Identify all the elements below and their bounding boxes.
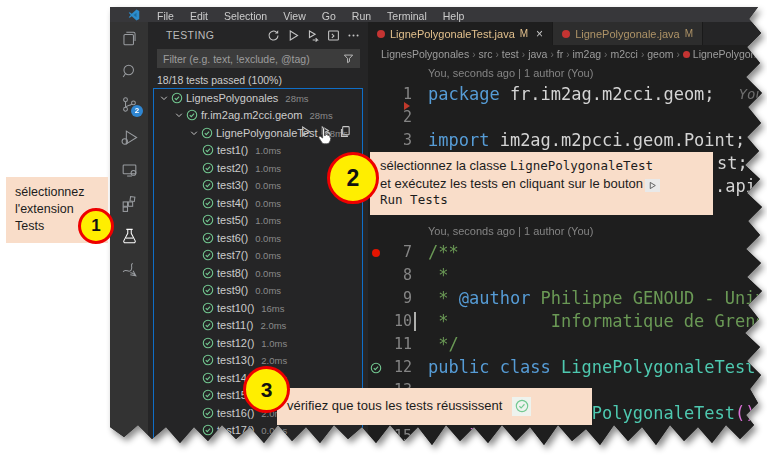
menu-edit[interactable]: Edit: [182, 10, 216, 22]
explorer-icon[interactable]: [110, 22, 148, 55]
menu-run[interactable]: Run: [344, 10, 379, 22]
gutter-decoration[interactable]: [368, 198, 384, 221]
breakpoint-icon[interactable]: [372, 249, 380, 257]
breadcrumb-item[interactable]: test: [502, 48, 519, 60]
test-row[interactable]: test17()0.0ms: [154, 422, 362, 440]
test-row[interactable]: test5()1.0ms: [154, 212, 362, 230]
gutter-decoration[interactable]: [368, 356, 384, 379]
menu-selection[interactable]: Selection: [216, 10, 275, 22]
code-line-8[interactable]: 8 *: [368, 264, 767, 287]
gutter-decoration[interactable]: [368, 425, 384, 448]
open-editor-icon[interactable]: [327, 29, 340, 42]
run-all-icon[interactable]: [287, 29, 300, 42]
extensions-icon[interactable]: [110, 187, 148, 220]
code-line-1[interactable]: 1package fr.im2ag.m2cci.geom;You, se: [368, 83, 767, 106]
gutter-decoration[interactable]: [368, 448, 384, 450]
test-row[interactable]: test3()0.0ms: [154, 177, 362, 195]
code-line-14[interactable]: 14 public LignePolygonaleTest() {: [368, 402, 767, 425]
breadcrumb-item[interactable]: java: [528, 48, 547, 60]
test-row[interactable]: test12()1.0ms: [154, 334, 362, 352]
code-line-5[interactable]: 5.api.: [368, 175, 767, 198]
breadcrumb-item[interactable]: LignePolygonaleTest.jav: [693, 48, 767, 60]
breadcrumb-item[interactable]: fr: [557, 48, 563, 60]
code-line-3[interactable]: 3import im2ag.m2pcci.geom.Point;: [368, 129, 767, 152]
gutter-decoration[interactable]: [368, 310, 384, 333]
test-row[interactable]: test4()0.0ms: [154, 194, 362, 212]
code-editor[interactable]: You, seconds ago | 1 author (You)1packag…: [368, 63, 767, 450]
gitlens-icon[interactable]: [110, 253, 148, 286]
vscode-window: FileEditSelectionViewGoRunTerminalHelp 2…: [110, 7, 767, 452]
test-duration: 0.0ms: [261, 372, 287, 384]
code-line-13[interactable]: 13: [368, 379, 767, 402]
code-line-6[interactable]: 6: [368, 198, 767, 221]
test-row[interactable]: test10()16ms: [154, 299, 362, 317]
gutter-decoration[interactable]: [368, 106, 384, 129]
test-duration: 1.0ms: [261, 389, 287, 401]
codelens-blame[interactable]: You, seconds ago | 1 author (You): [368, 221, 767, 241]
chevron-down-icon[interactable]: [187, 128, 201, 138]
code-line-10[interactable]: 10 * Informatique de Grenoble: [368, 310, 767, 333]
chevron-down-icon[interactable]: [172, 110, 186, 120]
gutter-decoration[interactable]: [368, 287, 384, 310]
menu-view[interactable]: View: [275, 10, 314, 22]
test-label: test4(): [217, 197, 248, 209]
test-row[interactable]: test16()2.0ms: [154, 404, 362, 422]
tab-lignepolygonale[interactable]: LignePolygonale.java M: [553, 22, 703, 45]
refresh-icon[interactable]: [267, 29, 280, 42]
test-row[interactable]: test9()0.0ms: [154, 282, 362, 300]
test-row[interactable]: test15()1.0ms: [154, 387, 362, 405]
test-suite-row[interactable]: LignesPolygonales28ms: [154, 89, 362, 107]
funnel-icon[interactable]: [343, 53, 354, 64]
gutter-decoration[interactable]: [368, 264, 384, 287]
breadcrumb-item[interactable]: im2ag: [573, 48, 602, 60]
close-tab-icon[interactable]: ×: [536, 27, 543, 41]
tab-lignepolygonaletest[interactable]: LignePolygonaleTest.java M ×: [368, 22, 553, 45]
test-row[interactable]: test18()1.0ms: [154, 439, 362, 450]
test-filter-input[interactable]: Filter (e.g. text, !exclude, @tag): [157, 49, 360, 68]
code-line-9[interactable]: 9 * @author Philippe GENOUD - Université: [368, 287, 767, 310]
search-icon[interactable]: [110, 55, 148, 88]
breadcrumb-item[interactable]: LignesPolygonales: [381, 48, 469, 60]
test-row[interactable]: test14()0.0ms: [154, 369, 362, 387]
test-row[interactable]: test8()0.0ms: [154, 264, 362, 282]
chevron-down-icon[interactable]: [157, 93, 171, 103]
menu-help[interactable]: Help: [435, 10, 473, 22]
breadcrumb-item[interactable]: src: [479, 48, 493, 60]
gutter-decoration[interactable]: [368, 379, 384, 402]
testing-icon[interactable]: [110, 220, 148, 253]
gutter-decoration[interactable]: [368, 402, 384, 425]
more-icon[interactable]: [347, 29, 360, 42]
gutter-decoration[interactable]: [368, 129, 384, 152]
breadcrumb-item[interactable]: m2cci: [610, 48, 637, 60]
run-debug-icon[interactable]: [110, 121, 148, 154]
debug-all-icon[interactable]: [307, 29, 320, 42]
gutter-decoration[interactable]: [368, 83, 384, 106]
run-test-icon[interactable]: [299, 125, 312, 138]
codelens-blame[interactable]: You, seconds ago | 1 author (You): [368, 63, 767, 83]
source-control-icon[interactable]: 2: [110, 88, 148, 121]
test-row[interactable]: test11()2.0ms: [154, 317, 362, 335]
code-line-2[interactable]: 2: [368, 106, 767, 129]
code-line-12[interactable]: 12public class LignePolygonaleTest {: [368, 356, 767, 379]
gutter-decoration[interactable]: [368, 241, 384, 264]
remote-explorer-icon[interactable]: [110, 154, 148, 187]
test-suite-row[interactable]: fr.im2ag.m2cci.geom28ms: [154, 107, 362, 125]
menu-file[interactable]: File: [149, 10, 182, 22]
test-row[interactable]: test6()0.0ms: [154, 229, 362, 247]
breadcrumb-item[interactable]: geom: [647, 48, 673, 60]
gutter-decoration[interactable]: [368, 333, 384, 356]
test-row[interactable]: test7()0.0ms: [154, 247, 362, 265]
code-line-11[interactable]: 11 */: [368, 333, 767, 356]
code-line-4[interactable]: 4st;: [368, 152, 767, 175]
code-line-7[interactable]: 7/**: [368, 241, 767, 264]
gutter-decoration[interactable]: [368, 152, 384, 175]
code-line-16[interactable]: 16: [368, 448, 767, 450]
menu-go[interactable]: Go: [314, 10, 344, 22]
gutter-decoration[interactable]: [368, 175, 384, 198]
test-row[interactable]: test13()2.0ms: [154, 352, 362, 370]
breadcrumb[interactable]: LignesPolygonales›src›test›java›fr›im2ag…: [368, 45, 767, 63]
code-line-15[interactable]: 15 }: [368, 425, 767, 448]
test-row[interactable]: test2()1.0ms: [154, 159, 362, 177]
go-to-test-icon[interactable]: [339, 125, 352, 138]
menu-terminal[interactable]: Terminal: [379, 10, 435, 22]
